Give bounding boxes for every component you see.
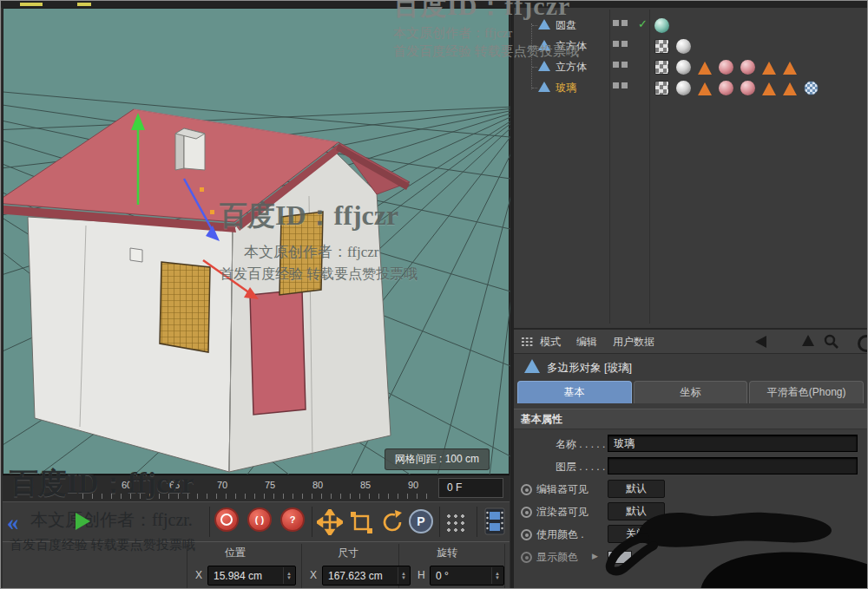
render-visibility-dropdown[interactable]: 默认	[608, 502, 665, 520]
record-keyframe-button[interactable]	[214, 507, 239, 532]
render-view-button[interactable]	[483, 507, 506, 539]
white-sphere-chip[interactable]	[676, 39, 691, 54]
object-row-cube-1[interactable]: 立方体	[514, 36, 864, 56]
timeline-tick[interactable]: 90	[400, 480, 426, 490]
use-color-dropdown[interactable]: 关闭	[608, 525, 665, 543]
divider	[187, 544, 187, 589]
current-frame-field[interactable]: 0 F	[438, 478, 503, 498]
object-label[interactable]: 玻璃	[556, 81, 576, 95]
orange-triangle-chip[interactable]	[762, 82, 776, 95]
cropped-menubar	[1, 1, 867, 8]
timeline-tick[interactable]: 60	[114, 480, 140, 490]
white-sphere-chip[interactable]	[676, 81, 691, 95]
menu-remnant	[77, 3, 91, 6]
timeline-ruler[interactable]: 60 65 70 75 80 85 90 0 F	[3, 474, 510, 502]
keyframe-rotation-button[interactable]	[379, 509, 405, 539]
polygon-object-icon[interactable]	[538, 40, 550, 50]
keyframe-help-button[interactable]: ?	[280, 507, 305, 532]
editor-visibility-label: 编辑器可见	[536, 482, 589, 497]
move-icon	[317, 509, 343, 535]
blue-checker-sphere-chip[interactable]	[804, 81, 819, 95]
visibility-toggles[interactable]	[613, 41, 628, 47]
pick-arrow-icon[interactable]	[802, 335, 814, 346]
panel-menu-icon[interactable]	[521, 337, 534, 347]
timeline-tick[interactable]: 85	[352, 480, 378, 490]
pink-sphere-chip[interactable]	[740, 60, 755, 75]
object-title: 多边形对象 [玻璃]	[547, 361, 632, 376]
visibility-toggles[interactable]	[613, 20, 628, 26]
lock-icon[interactable]	[858, 335, 867, 352]
size-x-input[interactable]	[323, 566, 399, 585]
viewport-3d[interactable]: 网格间距 : 100 cm	[3, 8, 510, 474]
keyframe-position-button[interactable]	[317, 509, 343, 539]
keyframe-scale-button[interactable]	[348, 509, 374, 539]
tab-phong[interactable]: 平滑着色(Phong)	[749, 381, 864, 403]
menu-edit[interactable]: 编辑	[576, 335, 597, 350]
size-x-field[interactable]: ▲▼	[322, 566, 411, 586]
layer-input[interactable]	[608, 457, 858, 474]
play-icon[interactable]	[76, 513, 90, 530]
orange-triangle-chip[interactable]	[762, 62, 776, 75]
right-panel: 圆盘 ✓ 立方体 立方体 玻璃	[514, 3, 867, 588]
menu-mode[interactable]: 模式	[540, 335, 561, 350]
keyframe-selection-icon[interactable]	[445, 513, 466, 533]
polygon-object-icon[interactable]	[538, 19, 550, 29]
position-x-input[interactable]	[208, 566, 285, 585]
divider	[504, 544, 505, 589]
checker-chip[interactable]	[654, 81, 669, 95]
visibility-toggles[interactable]	[613, 62, 628, 68]
object-label[interactable]: 立方体	[556, 39, 587, 54]
tab-basic[interactable]: 基本	[517, 381, 632, 403]
position-header: 位置	[209, 546, 261, 560]
rotation-header: 旋转	[421, 546, 473, 560]
name-input[interactable]	[608, 435, 858, 452]
history-back-icon[interactable]	[755, 336, 766, 348]
orange-triangle-chip[interactable]	[783, 82, 797, 95]
checker-chip[interactable]	[654, 39, 669, 54]
orange-triangle-chip[interactable]	[698, 62, 712, 75]
pink-sphere-chip[interactable]	[719, 60, 733, 75]
pink-sphere-chip[interactable]	[740, 81, 755, 95]
autokey-range-button[interactable]: ( )	[247, 507, 272, 532]
object-label[interactable]: 立方体	[556, 60, 587, 75]
object-row-glass[interactable]: 玻璃	[514, 77, 864, 98]
stepper-icon[interactable]: ▲▼	[491, 567, 503, 584]
teal-sphere-chip[interactable]	[654, 18, 669, 33]
enabled-check-icon[interactable]: ✓	[638, 17, 648, 30]
keyframe-dot-icon[interactable]	[521, 507, 532, 518]
expand-arrow-icon[interactable]: ▶	[592, 552, 598, 560]
editor-visibility-dropdown[interactable]: 默认	[608, 480, 665, 498]
stepper-icon[interactable]: ▲▼	[283, 567, 294, 584]
menu-user-data[interactable]: 用户数据	[613, 335, 654, 350]
keyframe-dot-icon[interactable]	[521, 484, 532, 495]
display-color-swatch[interactable]	[608, 551, 632, 564]
timeline-tick[interactable]: 75	[257, 480, 283, 490]
stepper-icon[interactable]: ▲▼	[398, 567, 409, 584]
white-sphere-chip[interactable]	[676, 60, 691, 75]
orange-triangle-chip[interactable]	[698, 82, 712, 95]
polygon-object-icon[interactable]	[538, 82, 550, 92]
keyframe-parameter-button[interactable]: P	[409, 509, 433, 533]
polygon-object-icon[interactable]	[538, 61, 550, 71]
timeline-tick[interactable]: 80	[305, 480, 331, 490]
keyframe-dot-icon[interactable]	[521, 552, 532, 563]
checker-chip[interactable]	[654, 60, 669, 75]
keyframe-dot-icon[interactable]	[521, 529, 532, 540]
rotation-h-field[interactable]: ▲▼	[430, 566, 504, 586]
position-x-field[interactable]: ▲▼	[207, 566, 296, 586]
tab-coordinates[interactable]: 坐标	[634, 381, 748, 403]
object-row-disc[interactable]: 圆盘 ✓	[514, 15, 864, 36]
search-icon[interactable]	[823, 333, 840, 354]
timeline-tick[interactable]: 70	[209, 480, 235, 490]
viewport-canvas[interactable]	[3, 9, 510, 475]
house-model[interactable]	[3, 109, 410, 472]
object-row-cube-2[interactable]: 立方体	[514, 56, 864, 77]
material-tags	[654, 80, 819, 95]
house-door	[250, 290, 306, 415]
orange-triangle-chip[interactable]	[783, 62, 797, 75]
timeline-tick[interactable]: 65	[161, 480, 187, 490]
visibility-toggles[interactable]	[613, 82, 628, 88]
rotation-h-input[interactable]	[431, 566, 493, 585]
pink-sphere-chip[interactable]	[719, 81, 733, 95]
object-label[interactable]: 圆盘	[556, 18, 576, 33]
